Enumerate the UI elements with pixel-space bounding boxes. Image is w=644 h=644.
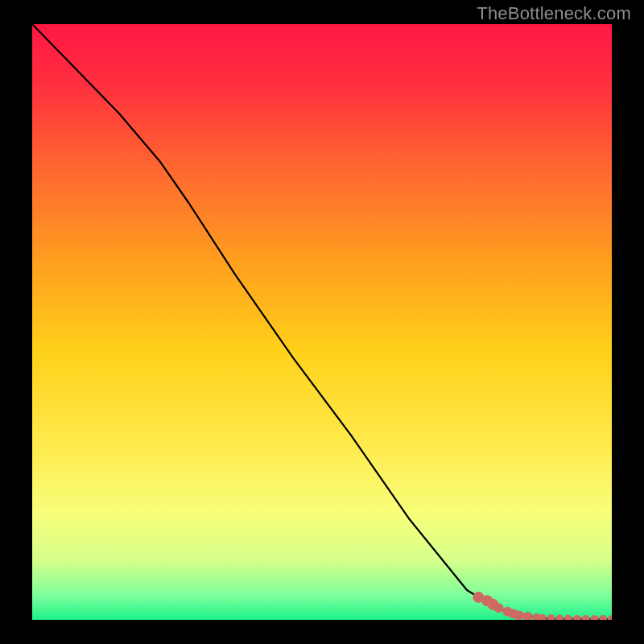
data-marker bbox=[514, 610, 524, 620]
plot-area bbox=[32, 24, 612, 620]
chart-frame: TheBottleneck.com bbox=[0, 0, 644, 644]
chart-svg bbox=[32, 24, 612, 620]
attribution-text: TheBottleneck.com bbox=[477, 3, 631, 24]
data-marker bbox=[494, 603, 504, 613]
